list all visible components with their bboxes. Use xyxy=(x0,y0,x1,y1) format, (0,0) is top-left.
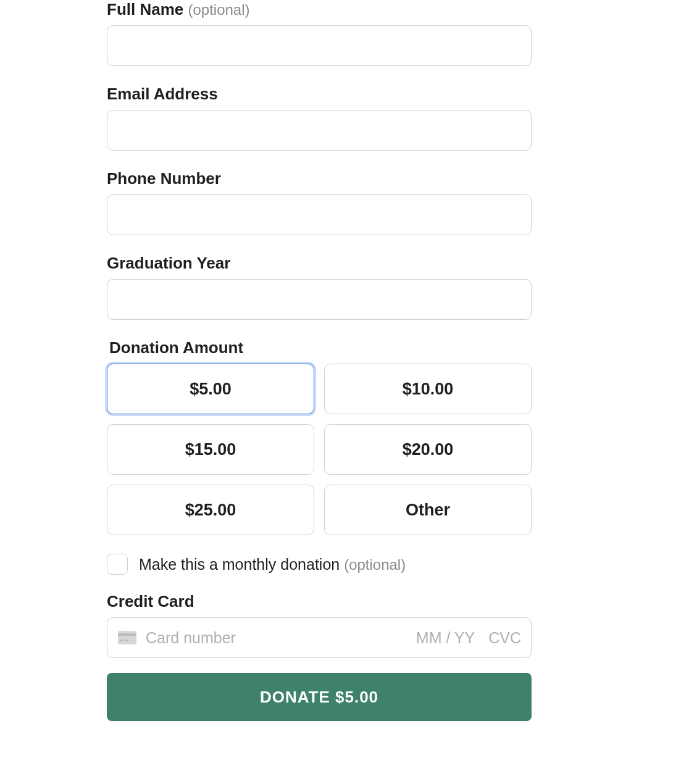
svg-rect-1 xyxy=(118,633,136,636)
full-name-hint: (optional) xyxy=(188,1,249,18)
amount-option-5[interactable]: $5.00 xyxy=(107,364,314,414)
monthly-donation-row: Make this a monthly donation (optional) xyxy=(107,554,532,575)
grad-year-label: Graduation Year xyxy=(107,254,532,273)
amount-option-20[interactable]: $20.00 xyxy=(324,424,532,475)
email-label: Email Address xyxy=(107,85,532,104)
phone-group: Phone Number xyxy=(107,169,532,235)
credit-card-label: Credit Card xyxy=(107,592,532,611)
donation-amount-label: Donation Amount xyxy=(109,338,532,357)
monthly-donation-checkbox[interactable] xyxy=(107,554,128,575)
full-name-label: Full Name (optional) xyxy=(107,0,532,19)
donation-amount-grid: $5.00 $10.00 $15.00 $20.00 $25.00 Other xyxy=(107,364,532,535)
donation-form: Full Name (optional) Email Address Phone… xyxy=(107,0,532,721)
card-input-wrap[interactable]: MM / YY CVC xyxy=(107,617,532,658)
full-name-group: Full Name (optional) xyxy=(107,0,532,66)
email-group: Email Address xyxy=(107,85,532,151)
svg-rect-3 xyxy=(125,640,128,641)
amount-option-other[interactable]: Other xyxy=(324,485,532,535)
amount-option-25[interactable]: $25.00 xyxy=(107,485,314,535)
full-name-label-text: Full Name xyxy=(107,0,183,19)
card-expiry-placeholder[interactable]: MM / YY xyxy=(416,629,475,647)
donate-button[interactable]: DONATE $5.00 xyxy=(107,673,532,721)
phone-label: Phone Number xyxy=(107,169,532,188)
grad-year-group: Graduation Year xyxy=(107,254,532,320)
monthly-donation-label: Make this a monthly donation (optional) xyxy=(139,556,406,573)
amount-option-15[interactable]: $15.00 xyxy=(107,424,314,475)
svg-rect-2 xyxy=(120,640,123,641)
amount-option-10[interactable]: $10.00 xyxy=(324,364,532,414)
credit-card-group: Credit Card MM / YY CVC xyxy=(107,592,532,658)
svg-rect-0 xyxy=(118,631,136,644)
monthly-donation-hint: (optional) xyxy=(344,556,406,573)
grad-year-input[interactable] xyxy=(107,279,532,320)
card-cvc-placeholder[interactable]: CVC xyxy=(488,629,521,647)
monthly-donation-label-text: Make this a monthly donation xyxy=(139,556,340,573)
email-input[interactable] xyxy=(107,110,532,151)
phone-input[interactable] xyxy=(107,194,532,235)
full-name-input[interactable] xyxy=(107,25,532,66)
card-number-input[interactable] xyxy=(146,629,407,647)
credit-card-icon xyxy=(117,631,137,644)
